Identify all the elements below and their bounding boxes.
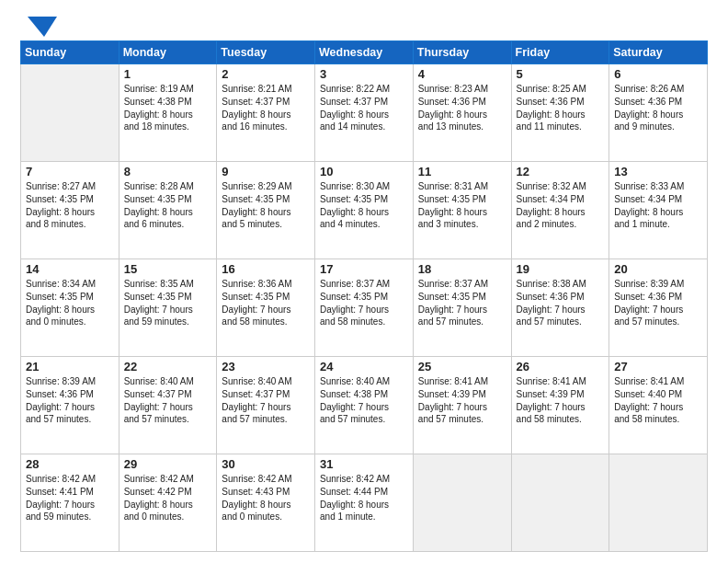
day-number: 30 xyxy=(222,457,310,471)
day-cell xyxy=(413,454,511,552)
day-number: 28 xyxy=(26,457,114,471)
week-row-1: 1Sunrise: 8:19 AM Sunset: 4:38 PM Daylig… xyxy=(21,64,708,162)
day-detail: Sunrise: 8:37 AM Sunset: 4:35 PM Dayligh… xyxy=(418,278,506,328)
day-cell xyxy=(609,454,708,552)
day-number: 11 xyxy=(418,165,506,178)
day-cell: 7Sunrise: 8:27 AM Sunset: 4:35 PM Daylig… xyxy=(21,162,119,259)
day-number: 14 xyxy=(26,262,114,276)
day-detail: Sunrise: 8:41 AM Sunset: 4:40 PM Dayligh… xyxy=(614,375,702,426)
day-number: 24 xyxy=(320,360,408,373)
day-detail: Sunrise: 8:39 AM Sunset: 4:36 PM Dayligh… xyxy=(26,375,114,426)
day-cell: 23Sunrise: 8:40 AM Sunset: 4:37 PM Dayli… xyxy=(217,357,315,454)
logo-icon xyxy=(22,17,57,37)
weekday-wednesday: Wednesday xyxy=(315,41,414,64)
day-number: 2 xyxy=(222,67,310,81)
day-number: 6 xyxy=(614,67,702,81)
day-detail: Sunrise: 8:21 AM Sunset: 4:37 PM Dayligh… xyxy=(222,83,310,133)
day-detail: Sunrise: 8:42 AM Sunset: 4:44 PM Dayligh… xyxy=(320,473,408,523)
weekday-monday: Monday xyxy=(119,41,217,64)
day-number: 8 xyxy=(124,165,212,178)
day-number: 17 xyxy=(320,262,408,276)
day-cell xyxy=(511,454,609,552)
day-number: 3 xyxy=(320,67,408,81)
day-cell: 4Sunrise: 8:23 AM Sunset: 4:36 PM Daylig… xyxy=(413,64,511,162)
day-cell: 21Sunrise: 8:39 AM Sunset: 4:36 PM Dayli… xyxy=(21,357,119,454)
day-cell: 11Sunrise: 8:31 AM Sunset: 4:35 PM Dayli… xyxy=(413,162,511,259)
day-detail: Sunrise: 8:38 AM Sunset: 4:36 PM Dayligh… xyxy=(517,278,605,328)
day-cell: 27Sunrise: 8:41 AM Sunset: 4:40 PM Dayli… xyxy=(609,357,708,454)
day-detail: Sunrise: 8:33 AM Sunset: 4:34 PM Dayligh… xyxy=(614,180,702,231)
day-number: 31 xyxy=(320,457,408,471)
day-cell: 26Sunrise: 8:41 AM Sunset: 4:39 PM Dayli… xyxy=(511,357,609,454)
calendar-table: SundayMondayTuesdayWednesdayThursdayFrid… xyxy=(20,40,708,552)
day-detail: Sunrise: 8:42 AM Sunset: 4:43 PM Dayligh… xyxy=(222,473,310,523)
day-detail: Sunrise: 8:42 AM Sunset: 4:41 PM Dayligh… xyxy=(26,473,114,523)
day-number: 12 xyxy=(517,165,605,178)
day-detail: Sunrise: 8:39 AM Sunset: 4:36 PM Dayligh… xyxy=(614,278,702,328)
week-row-3: 14Sunrise: 8:34 AM Sunset: 4:35 PM Dayli… xyxy=(21,259,708,357)
day-number: 9 xyxy=(222,165,310,178)
day-detail: Sunrise: 8:26 AM Sunset: 4:36 PM Dayligh… xyxy=(614,83,702,133)
day-cell: 25Sunrise: 8:41 AM Sunset: 4:39 PM Dayli… xyxy=(413,357,511,454)
day-detail: Sunrise: 8:35 AM Sunset: 4:35 PM Dayligh… xyxy=(124,278,212,328)
day-number: 21 xyxy=(26,360,114,373)
day-cell: 5Sunrise: 8:25 AM Sunset: 4:36 PM Daylig… xyxy=(511,64,609,162)
day-detail: Sunrise: 8:40 AM Sunset: 4:37 PM Dayligh… xyxy=(222,375,310,426)
weekday-thursday: Thursday xyxy=(413,41,511,64)
day-cell xyxy=(21,64,119,162)
day-number: 15 xyxy=(124,262,212,276)
day-number: 19 xyxy=(517,262,605,276)
header xyxy=(20,17,708,31)
day-cell: 16Sunrise: 8:36 AM Sunset: 4:35 PM Dayli… xyxy=(217,259,315,357)
day-number: 27 xyxy=(614,360,702,373)
day-detail: Sunrise: 8:40 AM Sunset: 4:37 PM Dayligh… xyxy=(124,375,212,426)
day-detail: Sunrise: 8:37 AM Sunset: 4:35 PM Dayligh… xyxy=(320,278,408,328)
day-detail: Sunrise: 8:31 AM Sunset: 4:35 PM Dayligh… xyxy=(418,180,506,231)
day-detail: Sunrise: 8:27 AM Sunset: 4:35 PM Dayligh… xyxy=(26,180,114,231)
day-cell: 20Sunrise: 8:39 AM Sunset: 4:36 PM Dayli… xyxy=(609,259,708,357)
day-detail: Sunrise: 8:41 AM Sunset: 4:39 PM Dayligh… xyxy=(517,375,605,426)
day-detail: Sunrise: 8:42 AM Sunset: 4:42 PM Dayligh… xyxy=(124,473,212,523)
svg-marker-0 xyxy=(28,17,57,37)
day-number: 7 xyxy=(26,165,114,178)
day-detail: Sunrise: 8:25 AM Sunset: 4:36 PM Dayligh… xyxy=(517,83,605,133)
day-cell: 6Sunrise: 8:26 AM Sunset: 4:36 PM Daylig… xyxy=(609,64,708,162)
day-detail: Sunrise: 8:32 AM Sunset: 4:34 PM Dayligh… xyxy=(517,180,605,231)
day-cell: 22Sunrise: 8:40 AM Sunset: 4:37 PM Dayli… xyxy=(119,357,217,454)
day-cell: 15Sunrise: 8:35 AM Sunset: 4:35 PM Dayli… xyxy=(119,259,217,357)
day-cell: 24Sunrise: 8:40 AM Sunset: 4:38 PM Dayli… xyxy=(315,357,414,454)
day-cell: 8Sunrise: 8:28 AM Sunset: 4:35 PM Daylig… xyxy=(119,162,217,259)
day-number: 26 xyxy=(517,360,605,373)
day-cell: 14Sunrise: 8:34 AM Sunset: 4:35 PM Dayli… xyxy=(21,259,119,357)
week-row-2: 7Sunrise: 8:27 AM Sunset: 4:35 PM Daylig… xyxy=(21,162,708,259)
day-number: 25 xyxy=(418,360,506,373)
day-detail: Sunrise: 8:36 AM Sunset: 4:35 PM Dayligh… xyxy=(222,278,310,328)
logo xyxy=(20,17,57,31)
day-number: 1 xyxy=(124,67,212,81)
day-detail: Sunrise: 8:40 AM Sunset: 4:38 PM Dayligh… xyxy=(320,375,408,426)
weekday-sunday: Sunday xyxy=(21,41,119,64)
day-cell: 2Sunrise: 8:21 AM Sunset: 4:37 PM Daylig… xyxy=(217,64,315,162)
week-row-5: 28Sunrise: 8:42 AM Sunset: 4:41 PM Dayli… xyxy=(21,454,708,552)
weekday-tuesday: Tuesday xyxy=(217,41,315,64)
day-cell: 19Sunrise: 8:38 AM Sunset: 4:36 PM Dayli… xyxy=(511,259,609,357)
day-cell: 28Sunrise: 8:42 AM Sunset: 4:41 PM Dayli… xyxy=(21,454,119,552)
day-cell: 31Sunrise: 8:42 AM Sunset: 4:44 PM Dayli… xyxy=(315,454,414,552)
day-detail: Sunrise: 8:34 AM Sunset: 4:35 PM Dayligh… xyxy=(26,278,114,328)
day-number: 13 xyxy=(614,165,702,178)
day-number: 29 xyxy=(124,457,212,471)
page: SundayMondayTuesdayWednesdayThursdayFrid… xyxy=(0,0,728,563)
day-cell: 3Sunrise: 8:22 AM Sunset: 4:37 PM Daylig… xyxy=(315,64,414,162)
day-detail: Sunrise: 8:22 AM Sunset: 4:37 PM Dayligh… xyxy=(320,83,408,133)
day-cell: 29Sunrise: 8:42 AM Sunset: 4:42 PM Dayli… xyxy=(119,454,217,552)
day-number: 22 xyxy=(124,360,212,373)
day-number: 4 xyxy=(418,67,506,81)
day-number: 23 xyxy=(222,360,310,373)
day-number: 18 xyxy=(418,262,506,276)
day-cell: 30Sunrise: 8:42 AM Sunset: 4:43 PM Dayli… xyxy=(217,454,315,552)
day-number: 16 xyxy=(222,262,310,276)
day-cell: 1Sunrise: 8:19 AM Sunset: 4:38 PM Daylig… xyxy=(119,64,217,162)
day-cell: 12Sunrise: 8:32 AM Sunset: 4:34 PM Dayli… xyxy=(511,162,609,259)
day-cell: 17Sunrise: 8:37 AM Sunset: 4:35 PM Dayli… xyxy=(315,259,414,357)
day-detail: Sunrise: 8:28 AM Sunset: 4:35 PM Dayligh… xyxy=(124,180,212,231)
